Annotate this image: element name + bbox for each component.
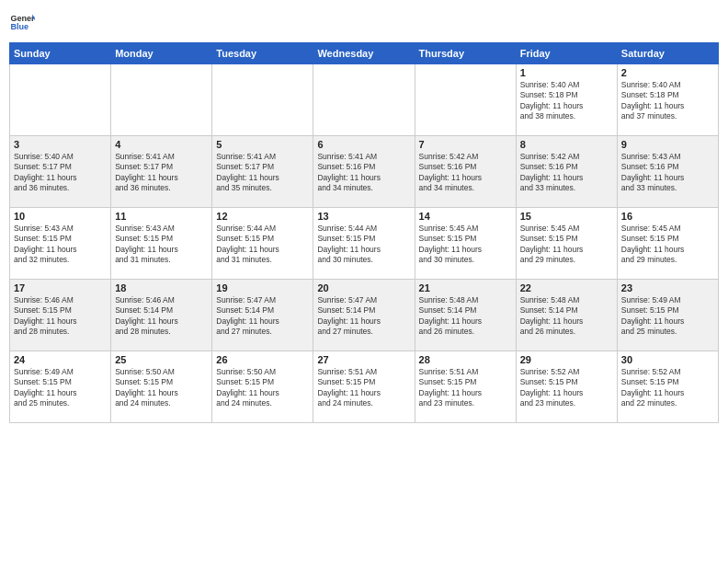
day-info: Sunrise: 5:41 AM Sunset: 5:17 PM Dayligh… — [216, 152, 309, 194]
day-number: 26 — [216, 354, 309, 365]
weekday-header: Sunday — [10, 43, 111, 64]
day-number: 11 — [115, 211, 208, 222]
calendar-cell — [111, 64, 212, 136]
day-number: 7 — [419, 139, 512, 150]
calendar-header-row: SundayMondayTuesdayWednesdayThursdayFrid… — [10, 43, 719, 64]
day-info: Sunrise: 5:48 AM Sunset: 5:14 PM Dayligh… — [520, 295, 613, 338]
calendar-cell: 18Sunrise: 5:46 AM Sunset: 5:14 PM Dayli… — [111, 280, 212, 351]
day-info: Sunrise: 5:46 AM Sunset: 5:15 PM Dayligh… — [14, 295, 107, 338]
day-info: Sunrise: 5:46 AM Sunset: 5:14 PM Dayligh… — [115, 295, 208, 338]
weekday-header: Tuesday — [212, 43, 313, 64]
calendar-cell: 25Sunrise: 5:50 AM Sunset: 5:15 PM Dayli… — [111, 351, 212, 423]
day-number: 24 — [14, 354, 107, 365]
svg-text:General: General — [10, 14, 35, 23]
day-number: 14 — [419, 211, 512, 222]
calendar-week-row: 3Sunrise: 5:40 AM Sunset: 5:17 PM Daylig… — [10, 136, 719, 208]
day-number: 20 — [317, 282, 410, 293]
day-number: 21 — [419, 282, 512, 293]
day-info: Sunrise: 5:49 AM Sunset: 5:15 PM Dayligh… — [621, 295, 714, 338]
day-number: 10 — [14, 211, 107, 222]
page-header: General Blue — [9, 9, 719, 35]
day-number: 2 — [621, 67, 714, 78]
day-number: 30 — [621, 354, 714, 365]
calendar-cell: 16Sunrise: 5:45 AM Sunset: 5:15 PM Dayli… — [617, 208, 718, 280]
day-info: Sunrise: 5:52 AM Sunset: 5:15 PM Dayligh… — [520, 367, 613, 409]
calendar-cell: 24Sunrise: 5:49 AM Sunset: 5:15 PM Dayli… — [10, 351, 111, 423]
calendar-cell: 10Sunrise: 5:43 AM Sunset: 5:15 PM Dayli… — [10, 208, 111, 280]
day-info: Sunrise: 5:51 AM Sunset: 5:15 PM Dayligh… — [317, 367, 410, 409]
calendar-cell: 23Sunrise: 5:49 AM Sunset: 5:15 PM Dayli… — [617, 280, 718, 351]
day-info: Sunrise: 5:48 AM Sunset: 5:14 PM Dayligh… — [419, 295, 512, 338]
day-info: Sunrise: 5:43 AM Sunset: 5:15 PM Dayligh… — [14, 224, 107, 266]
calendar-cell: 14Sunrise: 5:45 AM Sunset: 5:15 PM Dayli… — [415, 208, 516, 280]
calendar-cell: 6Sunrise: 5:41 AM Sunset: 5:16 PM Daylig… — [313, 136, 415, 208]
day-info: Sunrise: 5:45 AM Sunset: 5:15 PM Dayligh… — [520, 224, 613, 266]
calendar-cell: 15Sunrise: 5:45 AM Sunset: 5:15 PM Dayli… — [516, 208, 617, 280]
calendar-cell: 4Sunrise: 5:41 AM Sunset: 5:17 PM Daylig… — [111, 136, 212, 208]
calendar-cell: 11Sunrise: 5:43 AM Sunset: 5:15 PM Dayli… — [111, 208, 212, 280]
calendar-week-row: 17Sunrise: 5:46 AM Sunset: 5:15 PM Dayli… — [10, 280, 719, 351]
svg-text:Blue: Blue — [10, 22, 28, 31]
day-info: Sunrise: 5:49 AM Sunset: 5:15 PM Dayligh… — [14, 367, 107, 409]
calendar-week-row: 1Sunrise: 5:40 AM Sunset: 5:18 PM Daylig… — [10, 64, 719, 136]
calendar-cell: 9Sunrise: 5:43 AM Sunset: 5:16 PM Daylig… — [617, 136, 718, 208]
day-info: Sunrise: 5:41 AM Sunset: 5:16 PM Dayligh… — [317, 152, 410, 194]
calendar-cell: 22Sunrise: 5:48 AM Sunset: 5:14 PM Dayli… — [516, 280, 617, 351]
calendar-cell: 17Sunrise: 5:46 AM Sunset: 5:15 PM Dayli… — [10, 280, 111, 351]
weekday-header: Monday — [111, 43, 212, 64]
calendar-cell: 26Sunrise: 5:50 AM Sunset: 5:15 PM Dayli… — [212, 351, 313, 423]
logo-icon: General Blue — [9, 9, 35, 35]
weekday-header: Saturday — [617, 43, 718, 64]
calendar-cell: 7Sunrise: 5:42 AM Sunset: 5:16 PM Daylig… — [415, 136, 516, 208]
calendar-cell: 12Sunrise: 5:44 AM Sunset: 5:15 PM Dayli… — [212, 208, 313, 280]
calendar-cell — [415, 64, 516, 136]
calendar-cell: 29Sunrise: 5:52 AM Sunset: 5:15 PM Dayli… — [516, 351, 617, 423]
day-number: 22 — [520, 282, 613, 293]
calendar-cell: 20Sunrise: 5:47 AM Sunset: 5:14 PM Dayli… — [313, 280, 415, 351]
day-number: 27 — [317, 354, 410, 365]
day-number: 19 — [216, 282, 309, 293]
day-info: Sunrise: 5:45 AM Sunset: 5:15 PM Dayligh… — [621, 224, 714, 266]
day-number: 8 — [520, 139, 613, 150]
day-info: Sunrise: 5:51 AM Sunset: 5:15 PM Dayligh… — [419, 367, 512, 409]
calendar-cell: 27Sunrise: 5:51 AM Sunset: 5:15 PM Dayli… — [313, 351, 415, 423]
day-info: Sunrise: 5:43 AM Sunset: 5:15 PM Dayligh… — [115, 224, 208, 266]
day-number: 3 — [14, 139, 107, 150]
day-info: Sunrise: 5:44 AM Sunset: 5:15 PM Dayligh… — [317, 224, 410, 266]
day-number: 23 — [621, 282, 714, 293]
day-number: 12 — [216, 211, 309, 222]
day-info: Sunrise: 5:50 AM Sunset: 5:15 PM Dayligh… — [115, 367, 208, 409]
day-info: Sunrise: 5:43 AM Sunset: 5:16 PM Dayligh… — [621, 152, 714, 194]
day-info: Sunrise: 5:42 AM Sunset: 5:16 PM Dayligh… — [419, 152, 512, 194]
day-info: Sunrise: 5:47 AM Sunset: 5:14 PM Dayligh… — [317, 295, 410, 338]
day-number: 6 — [317, 139, 410, 150]
day-info: Sunrise: 5:47 AM Sunset: 5:14 PM Dayligh… — [216, 295, 309, 338]
day-info: Sunrise: 5:50 AM Sunset: 5:15 PM Dayligh… — [216, 367, 309, 409]
day-number: 25 — [115, 354, 208, 365]
calendar-body: 1Sunrise: 5:40 AM Sunset: 5:18 PM Daylig… — [10, 64, 719, 423]
day-number: 1 — [520, 67, 613, 78]
calendar-cell: 5Sunrise: 5:41 AM Sunset: 5:17 PM Daylig… — [212, 136, 313, 208]
calendar-cell: 2Sunrise: 5:40 AM Sunset: 5:18 PM Daylig… — [617, 64, 718, 136]
calendar-cell: 3Sunrise: 5:40 AM Sunset: 5:17 PM Daylig… — [10, 136, 111, 208]
calendar-cell — [313, 64, 415, 136]
day-number: 4 — [115, 139, 208, 150]
day-info: Sunrise: 5:40 AM Sunset: 5:17 PM Dayligh… — [14, 152, 107, 194]
day-info: Sunrise: 5:45 AM Sunset: 5:15 PM Dayligh… — [419, 224, 512, 266]
day-number: 17 — [14, 282, 107, 293]
calendar-week-row: 24Sunrise: 5:49 AM Sunset: 5:15 PM Dayli… — [10, 351, 719, 423]
day-info: Sunrise: 5:52 AM Sunset: 5:15 PM Dayligh… — [621, 367, 714, 409]
calendar-week-row: 10Sunrise: 5:43 AM Sunset: 5:15 PM Dayli… — [10, 208, 719, 280]
weekday-header: Wednesday — [313, 43, 415, 64]
day-number: 16 — [621, 211, 714, 222]
weekday-header: Thursday — [415, 43, 516, 64]
day-number: 29 — [520, 354, 613, 365]
day-number: 28 — [419, 354, 512, 365]
day-info: Sunrise: 5:44 AM Sunset: 5:15 PM Dayligh… — [216, 224, 309, 266]
calendar-cell: 28Sunrise: 5:51 AM Sunset: 5:15 PM Dayli… — [415, 351, 516, 423]
calendar-cell: 30Sunrise: 5:52 AM Sunset: 5:15 PM Dayli… — [617, 351, 718, 423]
calendar-cell: 8Sunrise: 5:42 AM Sunset: 5:16 PM Daylig… — [516, 136, 617, 208]
calendar-cell: 21Sunrise: 5:48 AM Sunset: 5:14 PM Dayli… — [415, 280, 516, 351]
day-info: Sunrise: 5:40 AM Sunset: 5:18 PM Dayligh… — [520, 80, 613, 122]
calendar-cell: 19Sunrise: 5:47 AM Sunset: 5:14 PM Dayli… — [212, 280, 313, 351]
